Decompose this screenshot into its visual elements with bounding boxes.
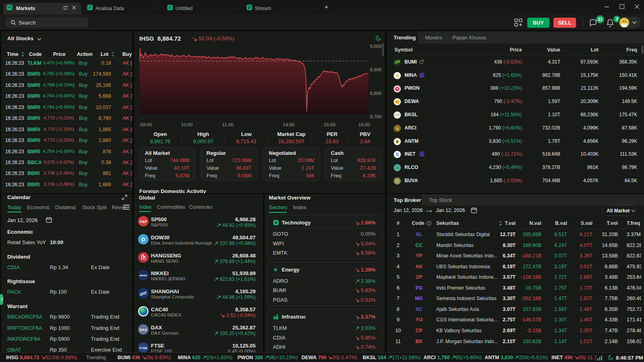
svg-text:hu: hu bbox=[396, 180, 398, 182]
svg-text:S&P: S&P bbox=[140, 220, 147, 224]
svg-text:FTSE: FTSE bbox=[139, 346, 147, 350]
svg-text:DAX: DAX bbox=[140, 327, 147, 331]
svg-text:C: C bbox=[421, 74, 423, 77]
svg-text:NIKKEI: NIKKEI bbox=[140, 274, 147, 277]
svg-text:C: C bbox=[421, 152, 423, 156]
svg-text:S: S bbox=[396, 74, 398, 78]
svg-text:A: A bbox=[396, 126, 398, 130]
svg-text:D: D bbox=[141, 237, 145, 243]
svg-text:S: S bbox=[396, 152, 398, 157]
